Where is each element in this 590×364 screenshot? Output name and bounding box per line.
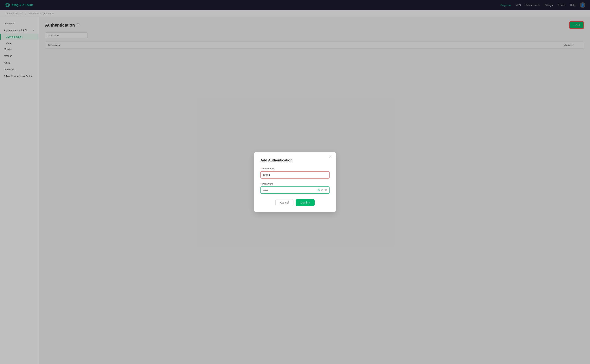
- password-toggle-visibility-icon[interactable]: 👁: [325, 188, 328, 192]
- confirm-button[interactable]: Confirm: [296, 199, 315, 206]
- modal-title: Add Authentication: [260, 158, 330, 162]
- add-authentication-modal: Add Authentication ✕ * Username * Passwo…: [254, 152, 336, 212]
- username-label: * Username: [260, 167, 330, 170]
- password-required-indicator: *: [260, 182, 261, 185]
- modal-footer: Cancel Confirm: [260, 199, 330, 206]
- username-required-indicator: *: [260, 167, 261, 170]
- password-input-wrapper: ⚙ ⊘ 👁: [260, 187, 330, 194]
- username-field-group: * Username: [260, 167, 330, 179]
- cancel-button[interactable]: Cancel: [275, 199, 294, 206]
- modal-close-button[interactable]: ✕: [329, 155, 332, 159]
- username-input-wrapper: [260, 171, 330, 179]
- username-input[interactable]: [261, 172, 329, 178]
- password-generate-icon[interactable]: ⚙: [317, 188, 320, 192]
- password-icons-group: ⚙ ⊘ 👁: [317, 188, 328, 192]
- password-label: * Password: [260, 182, 330, 185]
- password-copy-icon[interactable]: ⊘: [321, 188, 324, 192]
- password-field-group: * Password ⚙ ⊘ 👁: [260, 182, 330, 194]
- modal-overlay[interactable]: Add Authentication ✕ * Username * Passwo…: [0, 0, 590, 364]
